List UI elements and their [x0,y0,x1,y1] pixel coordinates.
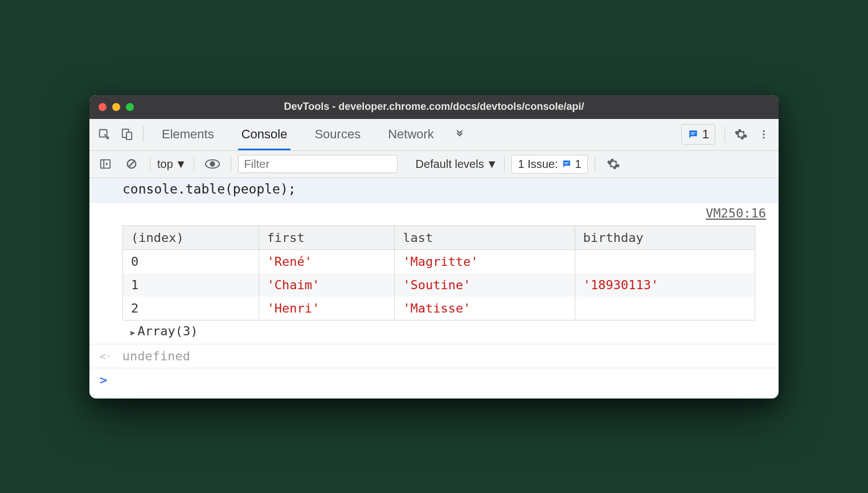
cell-first: 'Chaim' [259,273,395,297]
chat-icon [562,159,572,169]
traffic-lights [99,103,134,111]
table-row[interactable]: 0 'René' 'Magritte' [123,249,755,273]
console-toolbar: top ▼ Default levels ▼ 1 Issue: 1 [89,151,779,178]
svg-rect-3 [691,133,695,133]
titlebar: DevTools - developer.chrome.com/docs/dev… [89,95,779,119]
inspect-element-icon[interactable] [93,123,116,146]
col-last[interactable]: last [395,225,575,249]
console-prompt[interactable]: > [89,368,779,398]
issues-chip[interactable]: 1 Issue: 1 [511,155,587,174]
svg-point-6 [763,133,764,135]
return-value-row: <· undefined [89,344,779,368]
return-value: undefined [122,349,190,363]
svg-point-5 [763,130,764,132]
cell-birthday: '18930113' [575,273,755,297]
cell-last: 'Magritte' [395,249,575,273]
cell-first: 'René' [259,249,395,273]
svg-point-13 [210,161,215,166]
close-window-button[interactable] [99,103,107,111]
cell-index: 0 [123,249,259,273]
svg-rect-15 [564,163,567,164]
svg-point-7 [763,137,764,138]
return-arrow-icon: <· [100,350,112,362]
cell-index: 1 [123,273,259,297]
chat-icon [687,129,699,140]
cell-birthday [575,297,755,321]
tab-sources[interactable]: Sources [301,118,374,150]
tab-console[interactable]: Console [228,118,301,150]
main-tabbar: Elements Console Sources Network 1 [89,119,779,151]
filter-input[interactable] [238,155,398,173]
console-output: VM250:16 (index) first last birthday 0 '… [89,203,779,344]
clear-console-icon[interactable] [120,153,143,175]
issue-count: 1 [575,158,582,171]
maximize-window-button[interactable] [126,103,134,111]
col-first[interactable]: first [259,225,395,249]
context-selector[interactable]: top ▼ [157,158,187,171]
svg-rect-14 [564,162,569,163]
log-levels-selector[interactable]: Default levels ▼ [416,158,498,171]
minimize-window-button[interactable] [112,103,120,111]
console-table: (index) first last birthday 0 'René' 'Ma… [122,225,755,321]
issue-label: 1 Issue: [518,158,558,171]
messages-badge[interactable]: 1 [681,124,715,145]
kebab-menu-icon[interactable] [752,123,775,146]
expand-label: Array(3) [137,324,198,338]
table-header-row: (index) first last birthday [123,225,755,249]
devtools-window: DevTools - developer.chrome.com/docs/dev… [89,95,779,398]
console-settings-icon[interactable] [602,153,625,175]
col-birthday[interactable]: birthday [575,225,755,249]
more-tabs-icon[interactable] [448,129,472,139]
dropdown-triangle-icon: ▼ [175,158,187,171]
console-input-echo: console.table(people); [89,178,779,203]
code-text: console.table(people); [122,182,296,196]
col-index[interactable]: (index) [123,225,259,249]
window-title: DevTools - developer.chrome.com/docs/dev… [89,101,779,113]
settings-icon[interactable] [730,123,752,146]
context-label: top [157,158,173,171]
svg-rect-2 [126,132,132,139]
svg-rect-8 [101,160,110,169]
source-link[interactable]: VM250:16 [706,206,766,220]
messages-count: 1 [702,127,709,142]
cell-last: 'Matisse' [395,297,575,321]
levels-label: Default levels [416,158,484,171]
tab-elements[interactable]: Elements [148,118,228,150]
device-toggle-icon[interactable] [116,123,138,146]
cell-last: 'Soutine' [395,273,575,297]
expand-array[interactable]: ▶Array(3) [122,321,768,338]
cell-birthday [575,249,755,273]
table-row[interactable]: 1 'Chaim' 'Soutine' '18930113' [123,273,755,297]
svg-rect-4 [691,134,694,134]
triangle-right-icon: ▶ [130,328,135,337]
cell-index: 2 [123,297,259,321]
prompt-caret-icon: > [100,373,107,387]
cell-first: 'Henri' [259,297,395,321]
toggle-sidebar-icon[interactable] [94,153,117,175]
table-row[interactable]: 2 'Henri' 'Matisse' [123,297,755,321]
tab-network[interactable]: Network [374,118,448,150]
svg-line-11 [129,161,134,166]
live-expression-icon[interactable] [201,153,224,175]
dropdown-triangle-icon: ▼ [486,158,498,171]
